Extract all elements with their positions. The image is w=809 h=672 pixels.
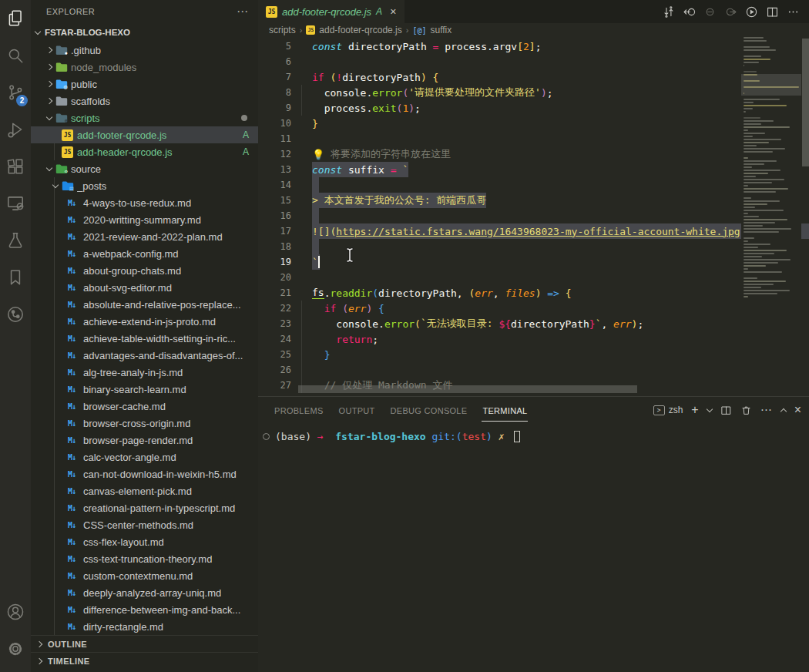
breadcrumb-filename[interactable]: add-footer-qrcode.js	[319, 25, 401, 35]
tree-folder-scripts[interactable]: ⌾scripts	[31, 109, 258, 126]
tab-add-footer-qrcode[interactable]: JS add-footer-qrcode.js A ×	[258, 0, 404, 23]
code-line-17[interactable]: 17![](https://static.fstars.wang/1643968…	[258, 223, 809, 239]
activitybar-bookmarks-icon[interactable]	[0, 259, 31, 296]
code-line-6[interactable]: 6	[258, 54, 809, 69]
tree-folder-scaffolds[interactable]: scaffolds	[31, 92, 258, 109]
chevron-right-icon[interactable]	[43, 99, 55, 103]
code-line-22[interactable]: 22 if (err) {	[258, 301, 809, 316]
more-actions-icon[interactable]: ⋯	[760, 403, 773, 417]
code-line-14[interactable]: 14	[258, 177, 809, 193]
tree-file-2020-writting-summary-md[interactable]: M↓2020-writting-summary.md	[31, 211, 258, 228]
timeline-section[interactable]: TIMELINE	[31, 652, 258, 669]
code-line-11[interactable]: 11	[258, 131, 809, 146]
vertical-scrollbar[interactable]	[801, 37, 809, 396]
tree-file-binary-search-learn-md[interactable]: M↓binary-search-learn.md	[31, 381, 258, 398]
panel-tab-output[interactable]: OUTPUT	[338, 399, 376, 422]
maximize-panel-icon[interactable]	[781, 407, 786, 414]
chevron-down-icon[interactable]	[43, 168, 55, 170]
terminal[interactable]: (base) → fstar-blog-hexo git:(test) ✗	[258, 423, 809, 442]
split-editor-icon[interactable]	[765, 5, 779, 18]
tree-file-browser-cross-origin-md[interactable]: M↓browser-cross-origin.md	[31, 415, 258, 432]
tree-file-absolute-and-relative-pos-replace-[interactable]: M↓absolute-and-relative-pos-replace...	[31, 296, 258, 313]
tree-file-about-group-chats-md[interactable]: M↓about-group-chats.md	[31, 262, 258, 279]
tree-file-browser-cache-md[interactable]: M↓browser-cache.md	[31, 398, 258, 415]
open-changes-icon[interactable]	[661, 5, 675, 18]
tree-folder-source[interactable]: ‹›source	[31, 160, 258, 177]
tree-file-4-ways-to-use-redux-md[interactable]: M↓4-ways-to-use-redux.md	[31, 194, 258, 211]
code-line-8[interactable]: 8 console.error('请提供要处理的文件夹路径');	[258, 85, 809, 100]
tree-file-achieve-extend-in-js-proto-md[interactable]: M↓achieve-extend-in-js-proto.md	[31, 313, 258, 330]
tree-file-browser-page-render-md[interactable]: M↓browser-page-render.md	[31, 432, 258, 449]
terminal-profile-icon[interactable]: >zsh	[653, 405, 683, 415]
code-line-19[interactable]: 19`	[258, 254, 809, 270]
tree-file-css-center-methods-md[interactable]: M↓CSS-center-methods.md	[31, 516, 258, 533]
tree-file-calc-vector-angle-md[interactable]: M↓calc-vector-angle.md	[31, 449, 258, 465]
tree-folder--posts[interactable]: ▤_posts	[31, 177, 258, 194]
breadcrumb-symbol[interactable]: suffix	[430, 25, 451, 35]
run-code-icon[interactable]	[744, 5, 758, 18]
panel-tab-terminal[interactable]: TERMINAL	[482, 399, 528, 422]
chevron-down-icon[interactable]	[49, 185, 62, 187]
tree-file-a-webpack-config-md[interactable]: M↓a-webpack-config.md	[31, 245, 258, 262]
code-line-10[interactable]: 10}	[258, 116, 809, 131]
profile-dropdown-icon[interactable]	[707, 409, 712, 412]
breadcrumb-scripts[interactable]: scripts	[269, 25, 296, 35]
chevron-right-icon[interactable]	[43, 82, 55, 86]
nav-prev-icon[interactable]	[703, 5, 717, 18]
code-line-18[interactable]: 18	[258, 239, 809, 254]
code-line-16[interactable]: 16	[258, 208, 809, 223]
chevron-right-icon[interactable]	[43, 65, 55, 69]
tree-folder-public[interactable]: ◍public	[31, 76, 258, 92]
activitybar-source-control-icon[interactable]: 2	[0, 74, 31, 111]
tab-close-icon[interactable]: ×	[390, 5, 396, 18]
code-editor[interactable]: 5const directoryPath = process.argv[2];6…	[258, 37, 809, 396]
tree-file-2021-review-and-2022-plan-md[interactable]: M↓2021-review-and-2022-plan.md	[31, 228, 258, 245]
tree-file-css-flex-layout-md[interactable]: M↓css-flex-layout.md	[31, 533, 258, 550]
code-line-5[interactable]: 5const directoryPath = process.argv[2];	[258, 39, 809, 54]
tree-file-achieve-table-width-setting-in-ric-[interactable]: M↓achieve-table-width-setting-in-ric...	[31, 330, 258, 347]
tree-folder-node-modules[interactable]: node_modules	[31, 59, 258, 76]
code-line-9[interactable]: 9 process.exit(1);	[258, 100, 809, 116]
code-line-20[interactable]: 20	[258, 270, 809, 285]
activitybar-settings-icon[interactable]	[0, 630, 31, 667]
activitybar-run-debug-icon[interactable]	[0, 111, 31, 148]
code-line-7[interactable]: 7if (!directoryPath) {	[258, 69, 809, 85]
chevron-right-icon[interactable]	[43, 48, 55, 52]
activitybar-remote-explorer-icon[interactable]	[0, 185, 31, 222]
activitybar-testing-icon[interactable]	[0, 222, 31, 259]
code-line-21[interactable]: 21fs.readdir(directoryPath, (err, files)…	[258, 285, 809, 301]
tree-file-creational-pattern-in-typescript-md[interactable]: M↓creational-pattern-in-typescript.md	[31, 499, 258, 516]
outline-section[interactable]: OUTLINE	[31, 635, 258, 652]
kill-terminal-icon[interactable]	[740, 405, 752, 416]
minimap[interactable]	[741, 37, 801, 396]
split-terminal-icon[interactable]	[720, 405, 732, 416]
tree-file-add-header-qrcode-js[interactable]: JSadd-header-qrcode.jsA	[31, 143, 258, 160]
code-line-24[interactable]: 24 return;	[258, 331, 809, 347]
tree-folder--github[interactable]: ●.github	[31, 42, 258, 59]
explorer-more-actions-icon[interactable]: ⋯	[237, 5, 249, 18]
horizontal-scrollbar[interactable]	[298, 385, 637, 393]
tree-file-about-svg-editor-md[interactable]: M↓about-svg-editor.md	[31, 279, 258, 296]
tree-file-custom-contextmenu-md[interactable]: M↓custom-contextmenu.md	[31, 567, 258, 584]
panel-tab-debug-console[interactable]: DEBUG CONSOLE	[390, 399, 468, 422]
code-line-25[interactable]: 25 }	[258, 347, 809, 362]
activitybar-explorer-icon[interactable]	[0, 0, 31, 37]
tree-file-dirty-rectangle-md[interactable]: M↓dirty-rectangle.md	[31, 618, 258, 635]
more-icon[interactable]	[786, 5, 800, 18]
activitybar-extensions-icon[interactable]	[0, 148, 31, 185]
tree-file-add-footer-qrcode-js[interactable]: JSadd-footer-qrcode.jsA	[31, 126, 258, 143]
activitybar-search-icon[interactable]	[0, 37, 31, 74]
code-line-15[interactable]: 15> 本文首发于我的公众号: 前端西瓜哥	[258, 193, 809, 208]
go-back-icon[interactable]	[682, 5, 696, 18]
code-line-26[interactable]: 26	[258, 362, 809, 378]
tree-file-can-not-download-in-weixin-h5-md[interactable]: M↓can-not-download-in-weixin-h5.md	[31, 465, 258, 482]
code-line-23[interactable]: 23 console.error(`无法读取目录: ${directoryPat…	[258, 316, 809, 331]
tree-file-difference-between-img-and-back-[interactable]: M↓difference-between-img-and-back...	[31, 601, 258, 618]
workspace-root-header[interactable]: FSTAR-BLOG-HEXO	[31, 23, 258, 42]
panel-tab-problems[interactable]: PROBLEMS	[274, 399, 324, 422]
activitybar-git-graph-icon[interactable]	[0, 296, 31, 333]
tree-file-css-text-truncation-theory-md[interactable]: M↓css-text-truncation-theory.md	[31, 550, 258, 567]
nav-next-icon[interactable]	[723, 5, 737, 18]
new-terminal-icon[interactable]: +	[691, 404, 698, 416]
activitybar-account-icon[interactable]	[0, 593, 31, 630]
